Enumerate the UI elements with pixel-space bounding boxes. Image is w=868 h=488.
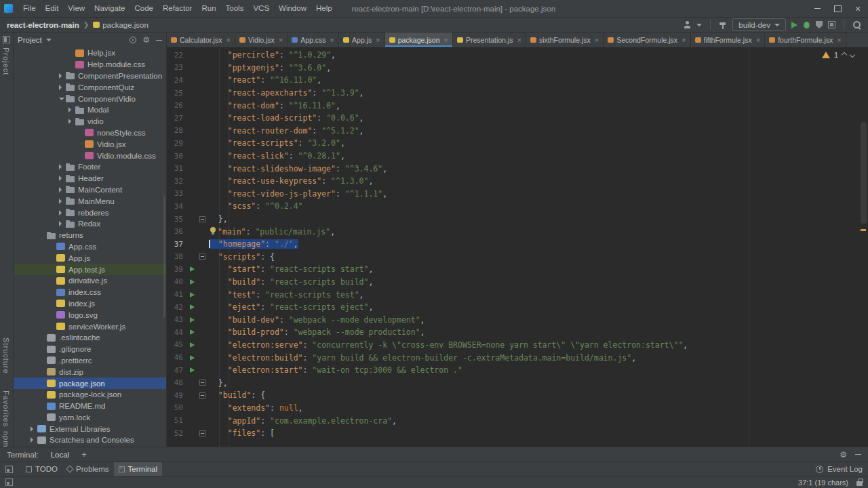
event-log-button[interactable]: Event Log <box>816 465 863 473</box>
chevron-right-icon[interactable] <box>57 161 66 173</box>
editor-tab[interactable]: fifthFormule.jsx× <box>691 33 766 47</box>
editor-tab[interactable]: Presentation.js× <box>453 33 526 47</box>
inspection-widget[interactable]: 1 <box>822 51 854 59</box>
run-script-icon[interactable] <box>190 317 195 323</box>
fold-icon[interactable] <box>199 380 205 386</box>
tree-item[interactable]: ComponentPresentation <box>14 70 166 82</box>
tree-item[interactable]: returns <box>14 230 166 241</box>
chevron-right-icon[interactable] <box>57 70 66 82</box>
code-line[interactable]: 29 "react-scripts": "3.2.0", <box>167 137 868 150</box>
chevron-right-icon[interactable] <box>66 116 75 127</box>
code-line[interactable]: 42 "eject": "react-scripts eject", <box>167 301 868 314</box>
tab-close-icon[interactable]: × <box>517 36 521 44</box>
tool-window-switcher-icon[interactable] <box>5 479 13 486</box>
fold-icon[interactable] <box>199 430 205 436</box>
run-script-icon[interactable] <box>190 367 195 373</box>
code-line[interactable]: 37 "homepage": "./", <box>167 238 868 251</box>
code-line[interactable]: 34 "scss": "^0.2.4" <box>167 200 868 213</box>
breadcrumb-file[interactable]: package.json <box>93 21 149 29</box>
code-line[interactable]: 27 "react-load-script": "0.0.6", <box>167 112 868 125</box>
code-line[interactable]: 35 }, <box>167 213 868 226</box>
tree-item[interactable]: noneStyle.css <box>14 127 166 139</box>
code-line[interactable]: 30 "react-slick": "^0.28.1", <box>167 150 868 163</box>
tree-item[interactable]: logo.svg <box>14 309 166 321</box>
code-line[interactable]: 40 "build": "react-scripts build", <box>167 276 868 289</box>
build-hammer-icon[interactable] <box>719 21 727 29</box>
hide-panel-icon[interactable] <box>855 454 861 455</box>
editor-tab[interactable]: fourthFormule.jsx× <box>765 33 846 47</box>
tree-item[interactable]: Vidio.jsx <box>14 138 166 150</box>
tree-item[interactable]: package-lock.json <box>14 389 166 401</box>
code-line[interactable]: 39 "start": "react-scripts start", <box>167 263 868 276</box>
code-line[interactable]: 26 "react-dom": "^16.11.0", <box>167 99 868 112</box>
tool-window-icon[interactable] <box>5 466 13 473</box>
tab-close-icon[interactable]: × <box>330 36 334 44</box>
menu-item-run[interactable]: Run <box>197 0 220 17</box>
tree-item[interactable]: dirivative.js <box>14 275 166 287</box>
code-line[interactable]: 48 }, <box>167 376 868 389</box>
code-line[interactable]: 33 "react-video-js-player": "^1.1.1", <box>167 188 868 201</box>
editor-tab[interactable]: App.js× <box>339 33 385 47</box>
stripe-structure-button[interactable]: Structure <box>2 338 10 374</box>
tab-close-icon[interactable]: × <box>279 36 283 44</box>
project-tool-icon[interactable] <box>3 36 10 43</box>
fold-icon[interactable] <box>199 216 205 222</box>
chevron-right-icon[interactable] <box>57 195 66 207</box>
run-script-icon[interactable] <box>190 304 195 310</box>
code-line[interactable]: 23 "pptxgenjs": "^3.6.0", <box>167 62 868 75</box>
code-line[interactable]: 28 "react-router-dom": "^5.1.2", <box>167 125 868 138</box>
tree-item[interactable]: ComponentQuiz <box>14 81 166 93</box>
code-line[interactable]: 25 "react-apexcharts": "^1.3.9", <box>167 87 868 100</box>
editor-tab[interactable]: Vidio.jsx× <box>235 33 288 47</box>
run-configuration-selector[interactable]: build-dev <box>732 18 786 31</box>
fold-icon[interactable] <box>199 253 205 260</box>
chevron-right-icon[interactable] <box>57 218 66 230</box>
chevron-down-icon[interactable] <box>57 93 66 104</box>
editor-tab[interactable]: Calculator.jsx× <box>167 33 235 47</box>
code-line[interactable]: 44 "build-prod": "webpack --mode product… <box>167 326 868 339</box>
tree-item[interactable]: Header <box>14 173 166 184</box>
run-script-icon[interactable] <box>190 279 195 285</box>
tree-item[interactable]: README.md <box>14 401 166 412</box>
code-line[interactable]: 45 "electron:serve": "concurrently -k \"… <box>167 339 868 352</box>
gear-icon[interactable]: ⚙ <box>840 451 847 459</box>
tree-item[interactable]: serviceWorker.js <box>14 321 166 332</box>
tool-window-tab-problems[interactable]: Problems <box>62 462 114 476</box>
menu-item-window[interactable]: Window <box>274 0 311 17</box>
code-line[interactable]: 49 "build": { <box>167 389 868 402</box>
menu-item-view[interactable]: View <box>63 0 90 17</box>
code-line[interactable]: 52 "files": [ <box>167 427 868 440</box>
code-line[interactable]: 38 "scripts": { <box>167 251 868 264</box>
tab-close-icon[interactable]: × <box>444 36 448 44</box>
tree-item[interactable]: rebderes <box>14 207 166 218</box>
code-line[interactable]: 41 "test": "react-scripts test", <box>167 288 868 301</box>
gear-icon[interactable]: ⚙ <box>142 36 150 44</box>
tab-close-icon[interactable]: × <box>595 36 599 44</box>
chevron-right-icon[interactable] <box>66 104 75 116</box>
tree-item[interactable]: App.css <box>14 241 166 253</box>
project-panel-title[interactable]: Project <box>18 36 42 44</box>
tree-item[interactable]: vidio <box>14 116 166 127</box>
code-line[interactable]: 50 "extends": null, <box>167 402 868 415</box>
search-everywhere-icon[interactable] <box>852 20 861 29</box>
editor-tab[interactable]: sixthFormule.jsx× <box>526 33 604 47</box>
tree-scrollbar[interactable] <box>163 195 165 317</box>
chevron-down-icon[interactable] <box>696 24 702 26</box>
tree-item[interactable]: ComponentVidio <box>14 93 166 104</box>
breadcrumb-project[interactable]: react-electron-main <box>7 21 79 29</box>
tree-item[interactable]: Vidio.module.css <box>14 150 166 161</box>
tab-close-icon[interactable]: × <box>376 36 380 44</box>
stripe-project-button[interactable]: Project <box>2 47 10 75</box>
stripe-npm-button[interactable]: npm <box>2 431 10 447</box>
debug-button[interactable] <box>803 20 810 29</box>
menu-item-file[interactable]: File <box>18 0 41 17</box>
tree-item[interactable]: package.json <box>14 378 166 389</box>
code-line[interactable]: 36"main": "public/main.js", <box>167 225 868 238</box>
tree-item[interactable]: Scratches and Consoles <box>14 434 166 446</box>
profiler-button[interactable] <box>828 21 835 28</box>
chevron-right-icon[interactable] <box>57 173 66 184</box>
chevron-right-icon[interactable] <box>57 184 66 196</box>
tree-item[interactable]: Footer <box>14 161 166 173</box>
chevron-right-icon[interactable] <box>57 81 66 93</box>
tree-item[interactable]: .gitignore <box>14 344 166 355</box>
